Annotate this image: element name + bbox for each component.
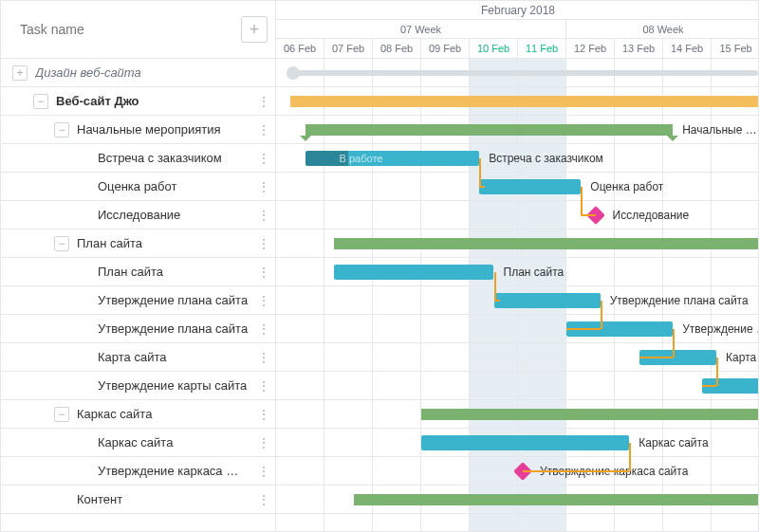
more-icon[interactable]: ⋮ (256, 407, 271, 422)
bar-label: Утверждение плана сайта (604, 293, 749, 308)
task-row[interactable]: Дизайн веб-сайта (1, 59, 275, 87)
task-label: Исследование (98, 208, 256, 222)
chart-row: Утверждение … (276, 315, 758, 343)
dependency-link (566, 328, 601, 330)
task-label: Каркас сайта (98, 435, 256, 449)
task-bar[interactable] (494, 293, 601, 308)
chart-rows: Начальные …В работеВстреча с заказчикомО… (276, 59, 758, 531)
chart-row (276, 400, 758, 429)
dependency-link (702, 385, 716, 387)
day-label: 09 Feb (421, 39, 470, 58)
task-row[interactable]: Каркас сайта⋮ (1, 429, 275, 457)
task-row[interactable]: Начальные мероприятия⋮ (1, 116, 275, 144)
expand-icon[interactable] (12, 65, 28, 81)
bar-label: Оценка работ (584, 179, 663, 194)
more-icon[interactable]: ⋮ (256, 265, 271, 280)
chart-row: Карта сайта (276, 343, 758, 372)
group-bar[interactable] (354, 494, 758, 505)
chart-row: Утверждение плана сайта (276, 286, 758, 315)
group-bar[interactable] (305, 124, 674, 136)
dependency-link (639, 357, 674, 358)
task-bar[interactable]: В работе (305, 151, 480, 166)
collapse-icon[interactable] (33, 94, 48, 109)
task-label: План сайта (98, 265, 256, 279)
group-bar[interactable] (290, 96, 758, 107)
task-label: Карта сайта (98, 350, 256, 364)
bar-label: Утверждение … (676, 321, 758, 337)
dependency-link (479, 186, 485, 188)
add-task-button[interactable]: + (241, 16, 268, 43)
chart-row: Оценка работ (276, 173, 758, 201)
task-name-input[interactable] (18, 21, 241, 38)
more-icon[interactable]: ⋮ (256, 435, 271, 450)
more-icon[interactable]: ⋮ (256, 293, 271, 308)
task-row[interactable]: План сайта⋮ (1, 258, 275, 286)
bar-label: План сайта (498, 265, 565, 280)
dependency-link (673, 329, 675, 358)
task-row[interactable]: Контент⋮ (1, 486, 275, 514)
day-label: 12 Feb (566, 39, 615, 58)
task-row[interactable]: Карта сайта⋮ (1, 343, 275, 372)
day-label: 11 Feb (518, 39, 566, 58)
header-left: + (1, 1, 276, 58)
task-row[interactable]: Веб-сайт Джо⋮ (1, 87, 275, 116)
collapse-icon[interactable] (54, 407, 69, 422)
task-bar[interactable] (334, 265, 493, 280)
chart-row: В работеВстреча с заказчиком (276, 144, 758, 173)
day-label: 14 Feb (663, 39, 712, 58)
task-row[interactable]: Утверждение карты сайта⋮ (1, 372, 275, 400)
task-row[interactable]: Утверждение плана сайта⋮ (1, 286, 275, 315)
more-icon[interactable]: ⋮ (256, 151, 271, 166)
more-icon[interactable]: ⋮ (256, 321, 271, 337)
summary-knob[interactable] (287, 66, 300, 80)
dependency-link (494, 300, 500, 302)
task-label: Утверждение плана сайта (98, 293, 256, 307)
dependency-link (494, 272, 496, 301)
more-icon[interactable]: ⋮ (256, 378, 271, 394)
week-label: 07 Week (276, 20, 566, 38)
dependency-link (716, 358, 718, 386)
more-icon[interactable]: ⋮ (256, 208, 271, 223)
more-icon[interactable]: ⋮ (256, 236, 271, 251)
task-row[interactable]: Утверждение каркаса …⋮ (1, 457, 275, 486)
task-row[interactable]: Встреча с заказчиком⋮ (1, 144, 275, 173)
more-icon[interactable]: ⋮ (256, 122, 271, 138)
group-bar[interactable] (421, 409, 758, 420)
task-row[interactable]: Каркас сайта⋮ (1, 400, 275, 429)
chart-row: Начальные … (276, 116, 758, 144)
header: + February 2018 07 Week08 Week 06 Feb07 … (1, 1, 758, 59)
task-bar[interactable] (479, 179, 581, 194)
task-bar[interactable] (421, 435, 629, 450)
summary-track (290, 70, 758, 76)
task-label: Встреча с заказчиком (98, 151, 256, 165)
chart-row: План сайта (276, 258, 758, 286)
more-icon[interactable]: ⋮ (256, 492, 271, 507)
group-bar[interactable] (334, 238, 758, 249)
dependency-link (479, 158, 481, 187)
task-label: Дизайн веб-сайта (35, 65, 271, 80)
day-label: 06 Feb (276, 39, 324, 58)
month-label: February 2018 (276, 1, 759, 20)
task-tree: Дизайн веб-сайтаВеб-сайт Джо⋮Начальные м… (1, 59, 276, 531)
weeks-row: 07 Week08 Week (276, 20, 759, 39)
bar-label: Встреча с заказчиком (483, 151, 603, 166)
task-row[interactable]: Исследование⋮ (1, 201, 275, 229)
body: Дизайн веб-сайтаВеб-сайт Джо⋮Начальные м… (1, 59, 758, 531)
days-row: 06 Feb07 Feb08 Feb09 Feb10 Feb11 Feb12 F… (276, 39, 759, 58)
collapse-icon[interactable] (54, 236, 69, 251)
day-label: 10 Feb (470, 39, 518, 58)
chart-row (276, 486, 758, 514)
more-icon[interactable]: ⋮ (256, 179, 271, 194)
task-row[interactable]: Оценка работ⋮ (1, 173, 275, 201)
task-row[interactable]: Утверждение плана сайта⋮ (1, 315, 275, 343)
plus-icon: + (250, 20, 260, 40)
task-row[interactable]: План сайта⋮ (1, 229, 275, 258)
more-icon[interactable]: ⋮ (256, 464, 271, 479)
chart-row (276, 229, 758, 258)
task-label: Утверждение плана сайта (98, 321, 256, 336)
more-icon[interactable]: ⋮ (256, 94, 271, 109)
collapse-icon[interactable] (54, 122, 69, 138)
gantt-chart[interactable]: Начальные …В работеВстреча с заказчикомО… (276, 59, 758, 531)
task-label: Оценка работ (98, 179, 256, 193)
more-icon[interactable]: ⋮ (256, 350, 271, 365)
